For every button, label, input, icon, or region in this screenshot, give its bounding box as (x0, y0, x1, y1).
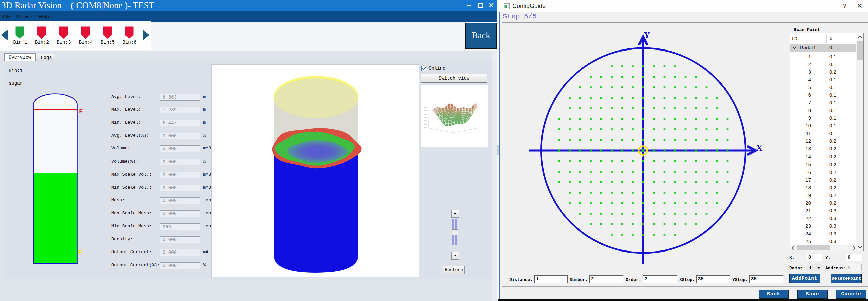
svg-text:X: X (756, 143, 763, 153)
svg-text:Y: Y (644, 30, 651, 40)
